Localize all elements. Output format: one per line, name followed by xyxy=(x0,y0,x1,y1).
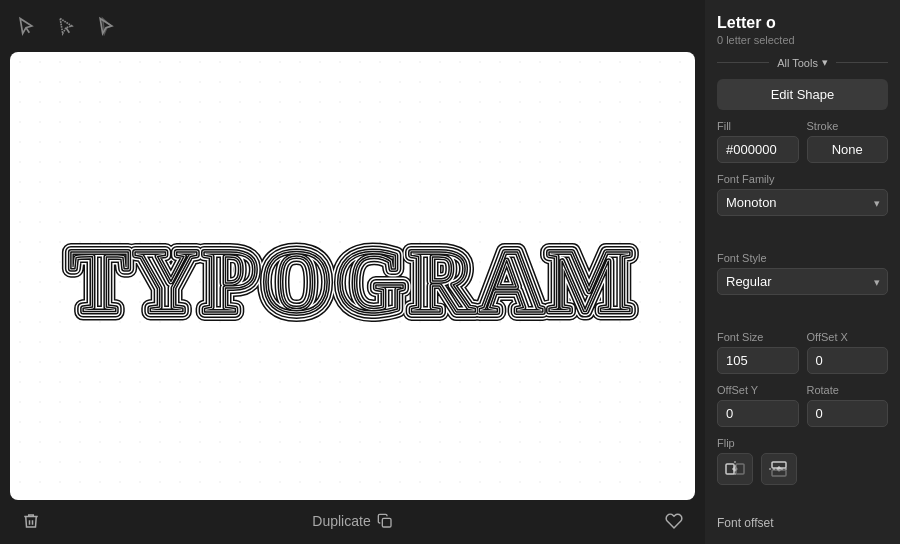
all-tools-label: All Tools xyxy=(777,57,818,69)
right-panel: Letter o 0 letter selected All Tools ▾ E… xyxy=(705,0,900,544)
duplicate-button[interactable]: Duplicate xyxy=(304,509,400,533)
rotate-input[interactable] xyxy=(807,400,889,427)
svg-line-0 xyxy=(26,28,29,33)
flip-vertical-icon xyxy=(769,461,789,477)
rotate-label: Rotate xyxy=(807,384,889,396)
font-style-select-wrapper: Regular Bold Italic Bold Italic xyxy=(717,268,888,295)
panel-title: Letter o xyxy=(717,14,888,32)
font-family-label: Font Family xyxy=(717,173,888,185)
flip-label: Flip xyxy=(717,437,888,449)
flip-horizontal-icon xyxy=(725,461,745,477)
edit-shape-button[interactable]: Edit Shape xyxy=(717,79,888,110)
cursor-tool-button[interactable] xyxy=(10,10,42,42)
canvas-area[interactable]: .typo { font-family: 'Georgia', serif; f… xyxy=(10,52,695,500)
divider-left xyxy=(717,62,769,63)
fill-input[interactable] xyxy=(717,136,799,163)
font-style-group: Font Style Regular Bold Italic Bold Ital… xyxy=(717,252,888,321)
panel-subtitle: 0 letter selected xyxy=(717,34,888,46)
flip-vertical-button[interactable] xyxy=(761,453,797,485)
trash-icon xyxy=(22,512,40,530)
duplicate-icon xyxy=(377,513,393,529)
offset-x-input[interactable] xyxy=(807,347,889,374)
favorite-button[interactable] xyxy=(657,508,691,534)
svg-text:TYPOGRAM: TYPOGRAM xyxy=(69,232,636,331)
duplicate-label: Duplicate xyxy=(312,513,370,529)
font-size-offsetx-row: Font Size OffSet X xyxy=(717,331,888,374)
divider-right xyxy=(836,62,888,63)
font-size-input[interactable] xyxy=(717,347,799,374)
font-family-select[interactable]: Monoton Arial Times New Roman Georgia Co… xyxy=(717,189,888,216)
chevron-down-icon: ▾ xyxy=(822,56,828,69)
flip-horizontal-button[interactable] xyxy=(717,453,753,485)
fill-group: Fill xyxy=(717,120,799,163)
stroke-label: Stroke xyxy=(807,120,889,132)
offsety-rotate-row: OffSet Y Rotate xyxy=(717,384,888,427)
font-size-group: Font Size xyxy=(717,331,799,374)
typogram-svg: .typo { font-family: 'Georgia', serif; f… xyxy=(43,204,663,344)
stroke-display: None xyxy=(807,136,889,163)
svg-rect-9 xyxy=(382,518,391,527)
flip-group: Flip xyxy=(717,437,888,506)
rotate-group: Rotate xyxy=(807,384,889,427)
delete-button[interactable] xyxy=(14,508,48,534)
fill-stroke-row: Fill Stroke None xyxy=(717,120,888,163)
font-style-select[interactable]: Regular Bold Italic Bold Italic xyxy=(717,268,888,295)
left-panel: .typo { font-family: 'Georgia', serif; f… xyxy=(0,0,705,544)
font-family-select-wrapper: Monoton Arial Times New Roman Georgia Co… xyxy=(717,189,888,216)
fill-label: Fill xyxy=(717,120,799,132)
canvas-text-container: .typo { font-family: 'Georgia', serif; f… xyxy=(43,204,663,348)
offset-y-input[interactable] xyxy=(717,400,799,427)
offset-x-label: OffSet X xyxy=(807,331,889,343)
offset-x-group: OffSet X xyxy=(807,331,889,374)
star-tool-button[interactable] xyxy=(90,10,122,42)
offset-y-group: OffSet Y xyxy=(717,384,799,427)
offset-y-label: OffSet Y xyxy=(717,384,799,396)
font-style-label: Font Style xyxy=(717,252,888,264)
svg-line-1 xyxy=(66,28,69,33)
font-family-group: Font Family Monoton Arial Times New Roma… xyxy=(717,173,888,242)
flip-buttons-row xyxy=(717,453,888,485)
stroke-group: Stroke None xyxy=(807,120,889,163)
all-tools-button[interactable]: All Tools ▾ xyxy=(777,56,828,69)
all-tools-divider: All Tools ▾ xyxy=(717,56,888,69)
panel-header: Letter o 0 letter selected xyxy=(717,14,888,46)
font-offset-label: Font offset xyxy=(717,516,888,530)
bottom-bar: Duplicate xyxy=(10,500,695,534)
toolbar xyxy=(10,10,695,42)
arrow-tool-button[interactable] xyxy=(50,10,82,42)
font-size-label: Font Size xyxy=(717,331,799,343)
heart-icon xyxy=(665,512,683,530)
